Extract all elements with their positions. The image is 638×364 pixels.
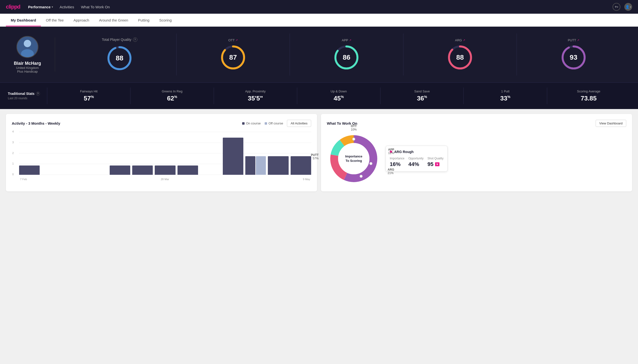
- putt-score-value: 93: [570, 54, 577, 61]
- view-dashboard-button[interactable]: View Dashboard: [596, 120, 626, 127]
- score-putt: PUTT ↗ 93: [517, 34, 630, 76]
- bar-group: [291, 156, 311, 175]
- tabs-bar: My Dashboard Off the Tee Approach Around…: [0, 14, 638, 27]
- donut-chart-wrapper: OTT 10% APP 12% ARG 21% PUTT: [327, 132, 381, 186]
- bar-group: [245, 156, 266, 175]
- stat-fairways-hit-value: 57%: [84, 94, 94, 102]
- nav-activities[interactable]: Activities: [60, 5, 74, 9]
- ott-score-ring: 87: [220, 44, 247, 71]
- tab-scoring[interactable]: Scoring: [154, 14, 176, 26]
- user-avatar[interactable]: 👤 ▾: [624, 3, 632, 11]
- all-activities-button[interactable]: All Activities: [287, 120, 311, 127]
- arg-score-ring: 88: [447, 44, 474, 71]
- chart-legend: On course Off course: [242, 122, 283, 125]
- stat-scoring-value: 73.85: [581, 94, 597, 102]
- stat-up-and-down: Up & Down 45%: [297, 88, 380, 104]
- svg-point-2: [21, 49, 34, 58]
- bar-off-course: [256, 156, 266, 175]
- chevron-down-icon: ▾: [617, 6, 618, 8]
- tab-approach[interactable]: Approach: [69, 14, 94, 26]
- trend-up-icon: ↗: [463, 38, 465, 42]
- bar-on-course: [177, 166, 198, 175]
- app-score-ring: 86: [333, 44, 360, 71]
- bar-chart: 4 3 2 1 0 7 Feb 28 Mar 9 May: [12, 132, 311, 181]
- nav-links: Performance ▾ Activities What To Work On: [28, 5, 110, 9]
- player-name: Blair McHarg: [14, 61, 41, 66]
- bar-on-course: [223, 138, 243, 175]
- putt-score-ring: 93: [560, 44, 587, 71]
- bar-empty: [87, 174, 107, 175]
- stat-fairways-hit: Fairways Hit 57%: [47, 88, 130, 104]
- vertical-divider: [55, 38, 55, 72]
- score-app: APP ↗ 86: [290, 34, 403, 76]
- chevron-down-icon: ▾: [52, 6, 53, 8]
- stat-greens-in-reg: Greens In Reg 62%: [130, 88, 214, 104]
- stat-scoring-average: Scoring Average 73.85: [547, 88, 630, 104]
- score-arg: ARG ↗ 88: [403, 34, 517, 76]
- tab-putting[interactable]: Putting: [133, 14, 154, 26]
- bar-on-course: [291, 156, 311, 175]
- off-course-dot: [265, 122, 267, 125]
- traditional-stats: Traditional Stats ? Last 20 rounds Fairw…: [0, 82, 638, 109]
- bar-group: [42, 174, 62, 175]
- avatar: [17, 36, 39, 58]
- bar-group: [110, 166, 130, 175]
- flag-icon: ▼: [435, 162, 440, 166]
- bar-group: [87, 174, 107, 175]
- arg-rough-card: ARG Rough Importance 16% Opportunity 44%…: [386, 146, 448, 172]
- nav-what-to-work-on[interactable]: What To Work On: [81, 5, 110, 9]
- bar-group: [64, 174, 85, 175]
- bar-group: [19, 166, 40, 175]
- bar-on-course: [132, 166, 153, 175]
- activity-panel: Activity - 3 Months - Weekly On course O…: [6, 114, 317, 192]
- stat-oneputt-value: 33%: [500, 94, 510, 102]
- stat-sand-save: Sand Save 36%: [380, 88, 464, 104]
- bar-on-course: [110, 166, 130, 175]
- nav-performance[interactable]: Performance ▾: [28, 5, 53, 9]
- card-metrics: Importance 16% Opportunity 44% Shot Qual…: [390, 157, 443, 168]
- on-course-dot: [242, 122, 245, 125]
- help-icon[interactable]: ?: [133, 38, 137, 42]
- score-ott: OTT ↗ 87: [176, 34, 290, 76]
- trend-up-icon: ↗: [577, 38, 579, 42]
- bar-group: [268, 156, 288, 175]
- stat-sand-value: 36%: [417, 94, 427, 102]
- ott-score-value: 87: [229, 54, 237, 61]
- bar-group: [177, 166, 198, 175]
- bar-on-course: [268, 156, 288, 175]
- player-info: Blair McHarg United Kingdom Plus Handica…: [8, 36, 47, 73]
- stat-updown-value: 45%: [334, 94, 344, 102]
- add-button[interactable]: + ▾: [612, 3, 620, 11]
- ott-label: OTT ↗: [228, 38, 238, 42]
- wtwon-panel-header: What To Work On View Dashboard: [327, 120, 626, 127]
- bar-empty: [200, 174, 221, 175]
- metric-shot-quality: Shot Quality 95 ▼: [428, 157, 443, 168]
- score-total: Total Player Quality ? 88: [63, 34, 176, 76]
- brand-logo: clippd: [6, 4, 20, 10]
- arg-label: ARG ↗: [455, 38, 465, 42]
- bar-group: [155, 166, 175, 175]
- bar-empty: [42, 174, 62, 175]
- app-score-value: 86: [343, 54, 350, 61]
- x-axis-labels: 7 Feb 28 Mar 9 May: [19, 178, 311, 181]
- donut-section: OTT 10% APP 12% ARG 21% PUTT: [327, 132, 626, 186]
- what-to-work-on-panel: What To Work On View Dashboard OTT 10% A…: [321, 114, 632, 192]
- help-icon[interactable]: ?: [36, 92, 40, 96]
- tab-my-dashboard[interactable]: My Dashboard: [6, 14, 41, 26]
- chevron-down-icon: ▾: [630, 6, 631, 8]
- tab-off-the-tee[interactable]: Off the Tee: [41, 14, 69, 26]
- total-score-value: 88: [116, 54, 123, 62]
- bar-on-course: [155, 166, 175, 175]
- scores-section: Total Player Quality ? 88 OTT ↗: [63, 34, 630, 76]
- stat-one-putt: 1 Putt 33%: [464, 88, 547, 104]
- arg-score-value: 88: [456, 54, 464, 61]
- bar-group: [132, 166, 153, 175]
- tpq-label: Total Player Quality ?: [102, 38, 137, 42]
- trend-up-icon: ↗: [236, 38, 238, 42]
- activity-panel-header: Activity - 3 Months - Weekly On course O…: [12, 120, 311, 127]
- putt-label: PUTT ↗: [568, 38, 579, 42]
- donut-label-arg: ARG 21%: [387, 168, 394, 175]
- trend-up-icon: ↗: [349, 38, 351, 42]
- total-score-ring: 88: [106, 45, 133, 72]
- tab-around-the-green[interactable]: Around the Green: [94, 14, 133, 26]
